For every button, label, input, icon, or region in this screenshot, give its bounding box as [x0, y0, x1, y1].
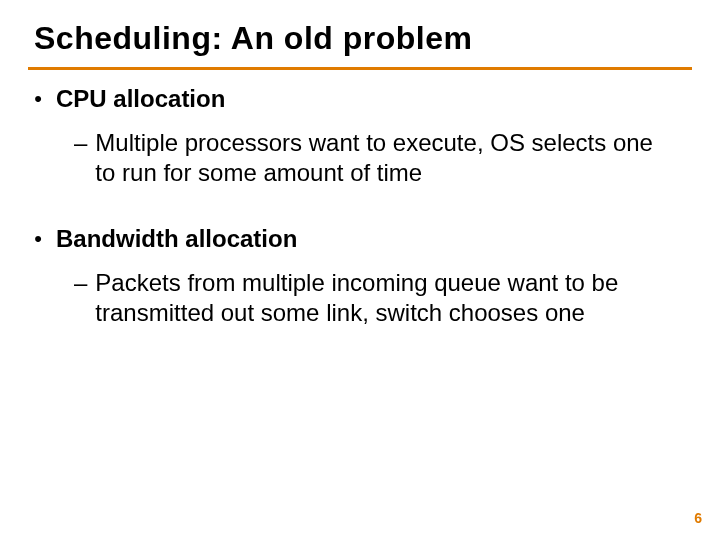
bullet-item: • Bandwidth allocation	[34, 224, 692, 254]
title-divider	[28, 67, 692, 70]
bullet-item: • CPU allocation	[34, 84, 692, 114]
bullet-label: Bandwidth allocation	[56, 224, 297, 254]
bullet-dot-icon: •	[34, 224, 42, 254]
sub-bullet-text: Multiple processors want to execute, OS …	[95, 128, 655, 188]
sub-bullet-item: – Multiple processors want to execute, O…	[34, 128, 692, 188]
sub-bullet-text: Packets from multiple incoming queue wan…	[95, 268, 655, 328]
bullet-dot-icon: •	[34, 84, 42, 114]
dash-icon: –	[74, 268, 87, 298]
bullet-label: CPU allocation	[56, 84, 225, 114]
sub-bullet-item: – Packets from multiple incoming queue w…	[34, 268, 692, 328]
dash-icon: –	[74, 128, 87, 158]
slide: Scheduling: An old problem • CPU allocat…	[0, 0, 720, 540]
content-area: • CPU allocation – Multiple processors w…	[28, 84, 692, 328]
slide-title: Scheduling: An old problem	[28, 20, 692, 57]
page-number: 6	[694, 510, 702, 526]
